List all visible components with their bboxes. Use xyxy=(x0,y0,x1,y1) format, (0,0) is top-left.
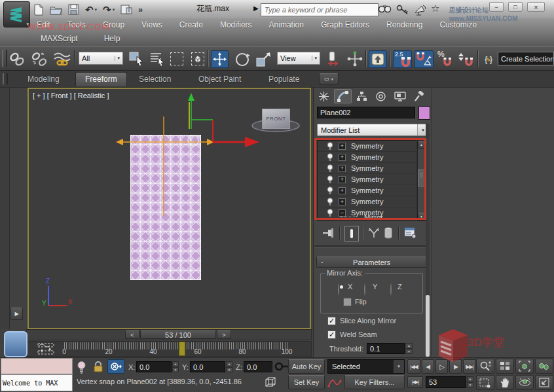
zoom-region-button[interactable] xyxy=(476,375,494,390)
time-slider-next-button[interactable]: > xyxy=(217,330,231,339)
spinner-down-icon[interactable]: ▼ xyxy=(172,367,179,373)
license-key-icon[interactable] xyxy=(396,4,409,15)
auto-key-button[interactable]: Auto Key xyxy=(288,359,325,374)
spinner-up-icon[interactable]: ▲ xyxy=(467,376,473,382)
reference-coordinate-dropdown[interactable]: View ▾ xyxy=(277,52,320,65)
tab-object-paint[interactable]: Object Paint xyxy=(198,75,241,84)
app-logo-button[interactable]: ▾ xyxy=(3,1,30,27)
coord-z-field[interactable]: 0.0 xyxy=(244,361,272,372)
undo-button[interactable]: ↶ xyxy=(85,4,94,16)
close-button[interactable]: × xyxy=(527,2,545,12)
object-color-swatch[interactable] xyxy=(418,106,430,120)
tab-modify[interactable] xyxy=(334,89,352,103)
object-name-field[interactable]: Plane002 xyxy=(317,107,415,118)
make-unique-icon[interactable] xyxy=(368,228,380,238)
unlink-selection-icon[interactable] xyxy=(31,51,48,67)
go-to-start-button[interactable]: |◀◀ xyxy=(407,359,420,374)
spinner-down-icon[interactable]: ▼ xyxy=(226,367,232,373)
mini-curve-editor-icon[interactable] xyxy=(35,343,56,355)
current-frame-marker[interactable] xyxy=(179,342,185,356)
spinner-snap-toggle-button[interactable] xyxy=(456,50,475,68)
zoom-button[interactable] xyxy=(476,359,494,374)
save-file-icon[interactable] xyxy=(68,4,79,15)
maxscript-macro-recorder[interactable] xyxy=(1,358,73,374)
search-icon[interactable] xyxy=(378,4,392,15)
tab-freeform[interactable]: Freeform xyxy=(75,72,127,86)
coord-x-spinner[interactable]: ▲▼ xyxy=(172,361,179,372)
menu-item[interactable]: Modifiers xyxy=(220,20,252,29)
coord-y-field[interactable]: 0.0 xyxy=(190,361,225,372)
use-pivot-point-icon[interactable] xyxy=(325,50,342,69)
tab-utilities[interactable] xyxy=(410,89,428,103)
weld-seam-checkbox[interactable]: ✓ xyxy=(327,330,336,339)
undo-dropdown-arrow[interactable]: ▾ xyxy=(95,7,98,12)
time-slider-track[interactable]: < 53 / 100 > xyxy=(26,329,312,340)
communication-center-icon[interactable] xyxy=(413,3,428,16)
menu-item[interactable]: Tools xyxy=(67,20,86,29)
tab-display[interactable] xyxy=(391,89,409,103)
play-button[interactable]: ▷ xyxy=(435,359,448,374)
percent-snap-toggle-button[interactable]: % xyxy=(436,50,454,68)
orbit-button[interactable] xyxy=(515,375,534,390)
zoom-extents-all-button[interactable] xyxy=(535,359,553,374)
select-and-move-button[interactable] xyxy=(211,50,229,68)
previous-frame-button[interactable]: ◀| xyxy=(422,359,434,374)
viewcube-front-face[interactable]: FRONT xyxy=(262,109,290,129)
set-key-button[interactable]: Set Key xyxy=(288,375,325,389)
threshold-spinner[interactable]: ▲▼ xyxy=(405,343,413,354)
search-input[interactable]: Type a keyword or phrase xyxy=(261,3,379,16)
manage-scene-icon[interactable] xyxy=(120,4,132,15)
search-expand-arrow[interactable]: ▶ xyxy=(253,5,259,12)
mirror-axis-y-radio[interactable] xyxy=(364,283,365,296)
modifier-list-dropdown[interactable]: Modifier List ▾ xyxy=(317,124,429,136)
tab-hierarchy[interactable] xyxy=(353,89,371,103)
spinner-down-icon[interactable]: ▼ xyxy=(405,349,413,355)
tab-selection[interactable]: Selection xyxy=(139,75,171,84)
menu-item[interactable]: Views xyxy=(141,20,162,29)
default-tangent-icon[interactable] xyxy=(327,377,342,389)
go-to-end-button[interactable]: ▶▶| xyxy=(463,359,476,374)
ribbon-config-dropdown[interactable]: ▭ ▾ xyxy=(319,73,339,84)
rectangular-selection-region-icon[interactable] xyxy=(170,52,183,65)
select-and-scale-icon[interactable] xyxy=(255,51,272,68)
maximize-button[interactable]: □ xyxy=(508,2,523,12)
menu-item[interactable]: MAXScript xyxy=(41,34,78,43)
mirror-axis-z-radio[interactable] xyxy=(390,283,392,296)
select-and-link-icon[interactable] xyxy=(9,51,26,67)
menu-item[interactable]: Create xyxy=(179,20,203,29)
next-frame-button[interactable]: |▶ xyxy=(449,359,462,374)
rollout-collapse-icon[interactable]: - xyxy=(321,258,323,266)
command-panel-scroll-thumb[interactable] xyxy=(426,295,430,357)
show-end-result-button[interactable] xyxy=(344,226,359,241)
redo-dropdown-arrow[interactable]: ▾ xyxy=(113,7,115,12)
flip-checkbox[interactable] xyxy=(343,298,352,306)
named-selection-sets-button[interactable]: {✎} xyxy=(480,50,496,68)
time-slider-handle[interactable]: 53 / 100 xyxy=(140,330,216,339)
current-frame-spinner[interactable]: ▲▼ xyxy=(467,376,473,388)
pan-button[interactable] xyxy=(496,375,514,390)
toolbar-overflow-button[interactable]: » xyxy=(138,5,143,14)
viewport-tab-expander[interactable]: ▶ xyxy=(10,308,23,320)
zoom-all-button[interactable] xyxy=(496,359,514,374)
select-and-manipulate-icon[interactable] xyxy=(347,51,363,67)
window-crossing-icon[interactable] xyxy=(191,52,204,65)
key-mode-toggle[interactable]: |◀▶| xyxy=(407,376,423,388)
ribbon-grip[interactable] xyxy=(3,73,8,84)
favorites-star-icon[interactable]: ☆ xyxy=(431,3,439,14)
menu-item[interactable]: Edit xyxy=(37,20,50,29)
spinner-up-icon[interactable]: ▲ xyxy=(172,361,179,367)
viewport-label[interactable]: [ + ] [ Front ] [ Realistic ] xyxy=(33,92,109,99)
menu-item[interactable]: Graph Editors xyxy=(321,20,369,29)
tab-populate[interactable]: Populate xyxy=(268,75,299,84)
viewport-layout-button[interactable] xyxy=(4,331,28,357)
named-selection-field[interactable]: Create Selection xyxy=(498,52,554,65)
select-and-rotate-icon[interactable] xyxy=(234,51,251,68)
maximize-viewport-toggle[interactable] xyxy=(535,375,553,390)
zoom-extents-selected-button[interactable] xyxy=(515,359,534,374)
toolbar-grip[interactable] xyxy=(2,50,7,67)
transform-snap-toggle[interactable] xyxy=(107,359,124,374)
menu-item[interactable]: Group xyxy=(103,20,124,29)
selection-set-dropdown[interactable]: Selected ▾ xyxy=(327,359,405,374)
select-by-name-icon[interactable] xyxy=(149,51,166,67)
spinner-up-icon[interactable]: ▲ xyxy=(226,361,232,367)
